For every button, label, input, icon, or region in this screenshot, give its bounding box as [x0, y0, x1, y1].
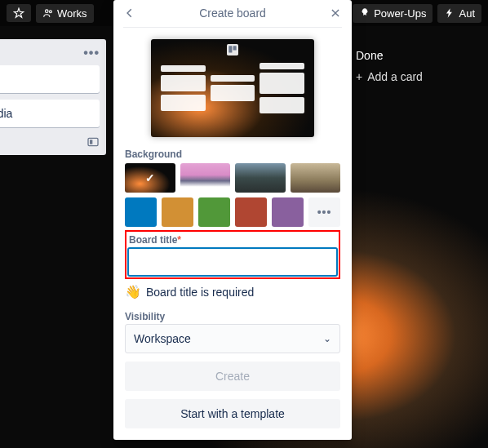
card-text: l fruit of india: [0, 107, 12, 120]
create-board-popover: Create board Background: [113, 0, 352, 440]
board-preview: [151, 39, 314, 137]
automation-button[interactable]: Aut: [437, 4, 481, 23]
hint-text: Board title is required: [146, 286, 254, 299]
wave-emoji-icon: 👋: [125, 284, 141, 299]
done-list-column: Done + Add a card: [349, 42, 488, 90]
bg-option-red[interactable]: [235, 197, 267, 227]
plus-icon: +: [356, 70, 362, 83]
close-button[interactable]: [327, 5, 344, 21]
bg-option-image-4[interactable]: [291, 163, 341, 193]
bg-option-green[interactable]: [198, 197, 230, 227]
svg-rect-5: [228, 46, 232, 52]
list-menu-icon[interactable]: •••: [83, 46, 100, 60]
bg-option-image-2[interactable]: [180, 163, 231, 193]
powerups-label: Power-Ups: [374, 7, 426, 20]
star-icon: [13, 7, 24, 19]
template-icon[interactable]: [87, 135, 100, 149]
done-list-title: Done: [356, 49, 481, 62]
start-with-template-button[interactable]: Start with a template: [125, 399, 340, 428]
powerups-button[interactable]: Power-Ups: [353, 4, 433, 23]
bolt-icon: [444, 7, 455, 19]
automation-label: Aut: [459, 7, 475, 20]
svg-point-0: [46, 10, 49, 12]
bg-option-orange[interactable]: [162, 197, 193, 227]
close-icon: [330, 7, 341, 19]
add-card-button[interactable]: + Add a card: [356, 70, 481, 83]
bg-option-image-1[interactable]: [125, 163, 175, 193]
rocket-icon: [359, 7, 370, 19]
bg-option-more[interactable]: •••: [308, 197, 340, 227]
bg-option-blue[interactable]: [125, 197, 157, 227]
visibility-select[interactable]: Workspace ⌄: [125, 324, 340, 353]
svg-rect-2: [88, 138, 98, 145]
svg-point-1: [49, 11, 51, 13]
svg-rect-4: [227, 44, 238, 55]
board-title-label: Board title*: [129, 234, 338, 246]
visibility-value: Workspace: [134, 332, 191, 345]
background-label: Background: [125, 149, 340, 160]
back-button[interactable]: [122, 5, 138, 21]
people-icon: [42, 7, 54, 19]
chevron-down-icon: ⌄: [323, 333, 331, 344]
board-title-hint: 👋 Board title is required: [125, 284, 340, 299]
trello-logo-icon: [227, 44, 238, 55]
workspaces-button[interactable]: Works: [36, 4, 94, 23]
required-star: *: [177, 234, 181, 246]
board-title-input[interactable]: [127, 247, 338, 277]
bg-option-purple[interactable]: [272, 197, 304, 227]
workspaces-label: Works: [57, 7, 87, 20]
bg-option-image-3[interactable]: [235, 163, 286, 193]
list-card[interactable]: l fruit of india: [0, 100, 100, 127]
visibility-label: Visibility: [125, 311, 340, 322]
svg-rect-3: [90, 140, 92, 144]
chevron-left-icon: [124, 7, 135, 19]
board-title-highlight: Board title*: [125, 230, 340, 279]
add-card-label: Add a card: [367, 70, 423, 83]
left-list-column: ••• l fruit of india: [0, 39, 106, 155]
list-card[interactable]: [0, 65, 100, 93]
popover-title: Create board: [138, 7, 327, 20]
create-button[interactable]: Create: [125, 362, 340, 391]
svg-rect-6: [233, 46, 237, 50]
star-button[interactable]: [7, 4, 31, 22]
